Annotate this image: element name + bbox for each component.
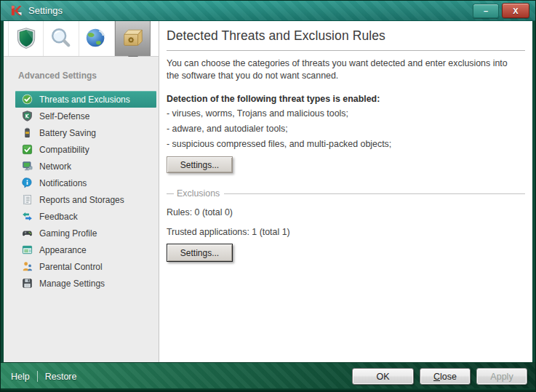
shield-k-icon	[21, 111, 33, 122]
footer-buttons: OK Close Apply	[352, 368, 527, 385]
sidebar-item-label: Network	[39, 161, 71, 172]
settings-window: Settings – X Advanced Settings Threats a…	[0, 0, 536, 392]
tab-advanced-settings[interactable]	[115, 21, 151, 56]
legend-dash	[167, 193, 174, 194]
sidebar-item-parental-control[interactable]: Parental Control	[15, 258, 156, 275]
sidebar-header: Advanced Settings	[18, 71, 159, 81]
sidebar-item-label: Reports and Storages	[39, 195, 124, 205]
sidebar-item-label: Appearance	[39, 245, 87, 255]
threat-type-line: - adware, and autodialer tools;	[167, 124, 525, 135]
page-description: You can choose the categories of threats…	[167, 57, 520, 82]
apply-button[interactable]: Apply	[476, 368, 527, 385]
sidebar-item-label: Threats and Exclusions	[39, 95, 130, 105]
footer-link-divider	[37, 371, 38, 382]
detection-heading: Detection of the following threat types …	[167, 94, 525, 104]
sidebar-item-label: Manage Settings	[39, 279, 105, 289]
help-link[interactable]: Help	[11, 372, 30, 382]
sidebar-item-label: Compatibility	[39, 145, 89, 155]
sidebar-item-gaming-profile[interactable]: Gaming Profile	[15, 225, 156, 241]
sidebar-item-manage-settings[interactable]: Manage Settings	[15, 275, 156, 292]
trusted-applications-count: Trusted applications: 1 (total 1)	[167, 227, 525, 237]
window-title: Settings	[28, 5, 63, 16]
magnifier-icon	[49, 26, 73, 51]
sidebar-item-label: Notifications	[39, 178, 87, 188]
window-bottom-edge	[1, 388, 535, 391]
footer-bar: Help Restore OK Close Apply	[1, 362, 535, 390]
sidebar-item-self-defense[interactable]: Self-Defense	[15, 108, 156, 124]
globe-icon	[84, 26, 109, 51]
sidebar-item-network[interactable]: Network	[15, 158, 156, 175]
window-icon	[21, 244, 33, 256]
threat-type-line: - viruses, worms, Trojans and malicious …	[167, 108, 525, 119]
sidebar-item-label: Parental Control	[39, 262, 103, 272]
exclusions-settings-button[interactable]: Settings...	[167, 244, 233, 262]
page-title: Detected Threats and Exclusion Rules	[167, 28, 525, 44]
tab-bar	[4, 21, 159, 57]
sidebar-item-label: Feedback	[39, 212, 78, 222]
shield-icon	[15, 26, 38, 51]
sidebar-item-reports-and-storages[interactable]: Reports and Storages	[15, 191, 156, 208]
restore-link[interactable]: Restore	[45, 372, 77, 382]
compatibility-check-icon	[21, 144, 33, 156]
sidebar-item-label: Battery Saving	[39, 128, 96, 138]
parental-icon	[21, 261, 33, 273]
notification-bubble-icon	[21, 177, 33, 189]
monitor-icon	[21, 161, 33, 172]
report-icon	[21, 194, 33, 206]
kaspersky-logo-icon	[10, 4, 23, 17]
content-panel: Detected Threats and Exclusion Rules You…	[160, 21, 532, 362]
main-area: Advanced Settings Threats and Exclusions…	[4, 21, 532, 362]
battery-icon	[21, 127, 33, 139]
sidebar-item-compatibility[interactable]: Compatibility	[15, 141, 156, 158]
titlebar: Settings – X	[1, 1, 535, 21]
check-circle-icon	[21, 94, 33, 105]
sidebar-list: Threats and ExclusionsSelf-DefenseBatter…	[4, 91, 159, 292]
threat-type-list: - viruses, worms, Trojans and malicious …	[167, 108, 525, 150]
tab-protection[interactable]	[8, 21, 44, 56]
threat-settings-button[interactable]: Settings...	[167, 156, 233, 173]
settings-box-icon	[121, 26, 145, 51]
ok-button[interactable]: OK	[352, 368, 414, 385]
title-separator	[167, 50, 525, 51]
gamepad-icon	[21, 228, 33, 239]
legend-line	[224, 193, 525, 194]
tab-update[interactable]	[79, 21, 115, 56]
feedback-arrows-icon	[21, 211, 33, 223]
sidebar-item-appearance[interactable]: Appearance	[15, 241, 156, 258]
rules-count: Rules: 0 (total 0)	[167, 207, 525, 217]
minimize-button[interactable]: –	[473, 4, 499, 18]
sidebar-item-battery-saving[interactable]: Battery Saving	[15, 124, 156, 141]
threat-type-line: - suspicious compressed files, and multi…	[167, 139, 525, 150]
sidebar-item-feedback[interactable]: Feedback	[15, 208, 156, 225]
window-controls: – X	[473, 4, 529, 18]
exclusions-legend-label: Exclusions	[177, 188, 220, 199]
sidebar: Advanced Settings Threats and Exclusions…	[4, 57, 159, 362]
exclusions-group-legend: Exclusions	[167, 188, 525, 199]
floppy-icon	[21, 278, 33, 289]
close-dialog-button[interactable]: Close	[420, 368, 471, 385]
sidebar-item-label: Self-Defense	[39, 111, 89, 121]
footer-links: Help Restore	[11, 371, 77, 382]
sidebar-item-label: Gaming Profile	[39, 228, 97, 239]
sidebar-item-notifications[interactable]: Notifications	[15, 175, 156, 191]
sidebar-item-threats-and-exclusions[interactable]: Threats and Exclusions	[15, 91, 156, 108]
close-button[interactable]: X	[502, 3, 529, 18]
tab-scan[interactable]	[44, 21, 79, 56]
